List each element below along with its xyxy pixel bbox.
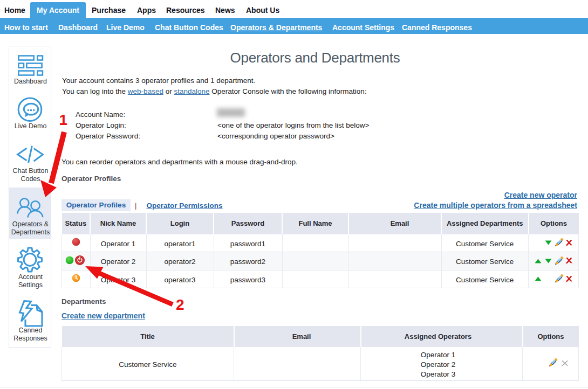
svg-text:1: 1 xyxy=(59,112,68,128)
svg-text:2: 2 xyxy=(176,296,184,313)
